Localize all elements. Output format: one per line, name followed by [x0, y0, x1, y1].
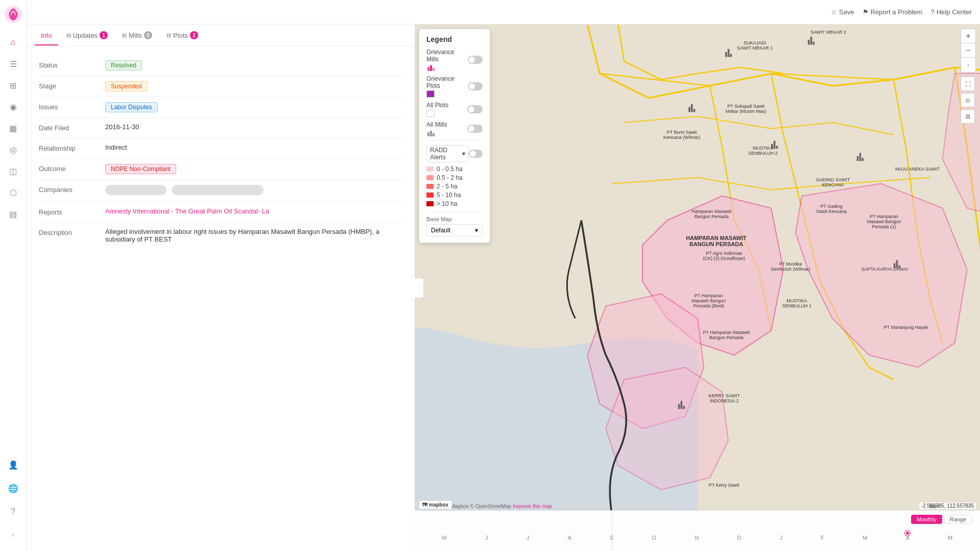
tab-mills[interactable]: ⊟ Mills 0	[116, 26, 158, 45]
svg-rect-20	[859, 153, 862, 161]
sidebar-item-list[interactable]: ☰	[4, 55, 22, 73]
company-pill-2	[172, 185, 264, 195]
radd-item-5: > 10 ha	[426, 200, 483, 207]
companies-value	[105, 185, 402, 197]
svg-rect-30	[433, 68, 435, 71]
timeline-month-d: D	[737, 535, 741, 541]
report-problem-button[interactable]: ⚑ Report a Problem	[863, 8, 923, 16]
range-button[interactable]: Range	[944, 515, 972, 524]
svg-rect-17	[774, 141, 776, 149]
basemap-dropdown[interactable]: Default ▾	[426, 224, 483, 236]
timeline-month-j2: J	[527, 535, 530, 541]
improve-map-link[interactable]: Improve this map	[513, 504, 552, 509]
svg-rect-11	[810, 37, 812, 45]
panel-resize-handle[interactable]: ⋮	[415, 278, 424, 298]
help-center-button[interactable]: ? Help Center	[930, 8, 972, 16]
companies-label: Companies	[39, 185, 105, 194]
report-link[interactable]: Amnesty International - The Great Palm O…	[105, 207, 269, 215]
sidebar-item-alert[interactable]: ◉	[4, 98, 22, 116]
topbar-actions: ☆ Save ⚑ Report a Problem ? Help Center	[831, 8, 972, 16]
radd-item-1: 0 - 0.5 ha	[426, 165, 483, 173]
sidebar-item-docs[interactable]: ▤	[4, 205, 22, 223]
info-row-date: Date Filed 2016-11-30	[39, 118, 402, 138]
info-row-stage: Stage Suspended	[39, 76, 402, 97]
svg-rect-7	[725, 52, 727, 57]
svg-rect-19	[857, 156, 859, 161]
legend-row-all-mills: All Mills	[426, 121, 483, 136]
timeline-month-j1: J	[485, 535, 488, 541]
app-logo[interactable]	[4, 5, 22, 23]
svg-rect-26	[896, 260, 898, 269]
radd-swatch-3	[426, 184, 434, 189]
svg-rect-23	[681, 401, 683, 409]
sidebar-item-location[interactable]: ◎	[4, 140, 22, 159]
map-area[interactable]: SUKAJADISAWIT MEKAR 1 SAWIT MEKAR 2 PT S…	[415, 25, 980, 551]
timeline-current-marker	[905, 531, 910, 536]
sidebar-item-collapse[interactable]: <	[4, 526, 22, 544]
sidebar-item-network[interactable]: ⬡	[4, 183, 22, 202]
radd-swatch-2	[426, 175, 434, 180]
chevron-down-icon: ▾	[462, 150, 465, 157]
info-row-status: Status Resolved	[39, 55, 402, 76]
location-button[interactable]: ◎	[961, 93, 975, 107]
all-plots-toggle[interactable]	[467, 105, 483, 113]
outcome-badge: NDPE Non-Compliant	[105, 164, 176, 174]
plots-badge: 2	[190, 31, 198, 39]
timeline-bar: Monthly Range M J J A S O N D J F	[415, 510, 980, 551]
all-mills-toggle[interactable]	[467, 125, 483, 133]
grievance-mills-toggle[interactable]	[468, 56, 483, 64]
legend-divider	[426, 140, 483, 141]
sidebar-item-layers[interactable]: ◫	[4, 162, 22, 180]
star-icon: ☆	[831, 8, 837, 16]
sidebar-item-chart[interactable]: ▦	[4, 119, 22, 137]
status-badge: Resolved	[105, 60, 142, 70]
stage-value: Suspended	[105, 81, 402, 91]
topbar: ☆ Save ⚑ Report a Problem ? Help Center	[27, 0, 980, 25]
sidebar-item-user[interactable]: 👤	[4, 456, 22, 474]
sidebar: ⌂ ☰ ⊞ ◉ ▦ ◎ ◫ ⬡ ▤ 👤 🌐 ? <	[0, 0, 27, 551]
tab-plots[interactable]: ⊟ Plots 2	[160, 26, 204, 45]
grievance-plots-label: Grievance Plots	[426, 75, 468, 89]
compass-button[interactable]: ↑	[961, 58, 975, 72]
zoom-out-button[interactable]: −	[961, 43, 975, 58]
tab-updates[interactable]: ⊟ Updates 1	[60, 26, 114, 45]
timeline-controls: Monthly Range	[423, 515, 972, 524]
relationship-label: Relationship	[39, 143, 105, 152]
all-mills-icon	[426, 129, 437, 136]
grievance-plots-toggle[interactable]	[468, 82, 483, 90]
info-row-outcome: Outcome NDPE Non-Compliant	[39, 159, 402, 180]
monthly-button[interactable]: Monthly	[911, 515, 942, 524]
info-row-issues: Issues Labor Disputes	[39, 97, 402, 118]
sidebar-item-home[interactable]: ⌂	[4, 33, 22, 52]
company-pill-1	[105, 185, 166, 195]
left-panel: Info ⊟ Updates 1 ⊟ Mills 0 ⊟ Plots 2	[27, 25, 415, 551]
status-label: Status	[39, 60, 105, 69]
info-row-companies: Companies	[39, 180, 402, 202]
save-button[interactable]: ☆ Save	[831, 8, 854, 16]
svg-rect-8	[728, 49, 730, 57]
tab-info[interactable]: Info	[35, 27, 58, 45]
layers-button[interactable]: ⧉	[961, 109, 975, 124]
svg-rect-21	[862, 158, 864, 161]
relationship-value: Indirect	[105, 143, 402, 151]
sidebar-item-globe[interactable]: 🌐	[4, 479, 22, 497]
sidebar-item-help[interactable]: ?	[4, 502, 22, 521]
timeline-month-s: S	[610, 535, 613, 541]
outcome-value: NDPE Non-Compliant	[105, 164, 402, 174]
timeline-month-o: O	[652, 535, 656, 541]
timeline-month-a2: A	[906, 535, 910, 541]
stage-badge: Suspended	[105, 81, 148, 91]
info-row-relationship: Relationship Indirect	[39, 138, 402, 159]
fullscreen-button[interactable]: ⛶	[961, 77, 975, 91]
sidebar-item-grid[interactable]: ⊞	[4, 76, 22, 94]
issues-value: Labor Disputes	[105, 102, 402, 112]
zoom-in-button[interactable]: +	[961, 29, 975, 43]
svg-rect-29	[430, 65, 432, 71]
radd-dropdown[interactable]: RADD Alerts ▾	[426, 145, 469, 162]
radd-toggle[interactable]	[469, 150, 483, 158]
radd-item-4: 5 - 10 ha	[426, 191, 483, 199]
reports-value[interactable]: Amnesty International - The Great Palm O…	[105, 207, 402, 215]
svg-rect-32	[430, 131, 432, 136]
timeline-month-n: N	[695, 535, 699, 541]
timeline-months-row: M J J A S O N D J F M A	[423, 535, 972, 541]
